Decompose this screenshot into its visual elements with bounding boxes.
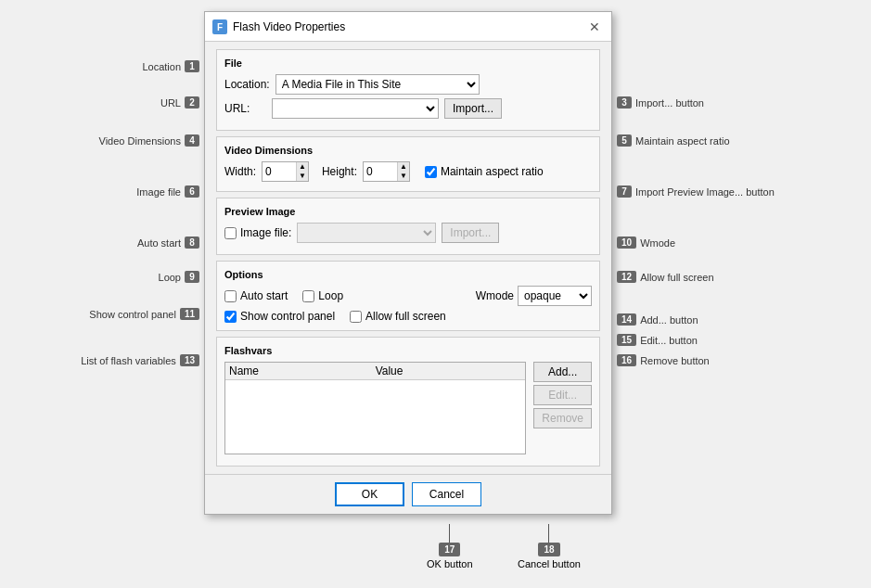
dialog-close-button[interactable]: ✕ xyxy=(585,18,604,36)
wmode-label: Wmode xyxy=(476,289,514,302)
annotation-loop-text: Loop xyxy=(159,272,181,283)
image-file-label[interactable]: Image file: xyxy=(224,226,291,239)
cancel-button[interactable]: Cancel xyxy=(412,482,481,506)
loop-label[interactable]: Loop xyxy=(302,289,343,302)
width-spin-buttons: ▲ ▼ xyxy=(296,162,308,181)
annotation-auto-start-text: Auto start xyxy=(137,237,181,249)
flashvars-buttons: Add... Edit... Remove xyxy=(533,362,592,458)
options-row2: Show control panel Allow full screen xyxy=(224,310,592,323)
allow-fullscreen-checkbox[interactable] xyxy=(350,311,362,323)
loop-checkbox[interactable] xyxy=(302,290,314,302)
height-up-button[interactable]: ▲ xyxy=(398,162,409,172)
flashvars-title: Flashvars xyxy=(224,345,592,356)
right-annotations: 3 Import... button 5 Maintain aspect rat… xyxy=(617,0,871,588)
import-preview-button[interactable]: Import... xyxy=(442,223,499,243)
width-label: Width: xyxy=(224,165,256,178)
dialog-footer: OK Cancel xyxy=(205,474,611,514)
width-input[interactable] xyxy=(263,162,296,181)
height-spinner[interactable]: ▲ ▼ xyxy=(363,161,410,182)
annotation-allow-fullscreen-badge: 12 xyxy=(617,271,636,283)
annotation-remove-text: Remove button xyxy=(640,355,710,366)
allow-fullscreen-text: Allow full screen xyxy=(365,310,446,323)
annotation-import-badge: 3 xyxy=(617,96,632,109)
annotation-location-text: Location xyxy=(142,61,181,72)
annotation-url-badge: 2 xyxy=(185,96,199,109)
annotation-maintain-badge: 5 xyxy=(617,134,632,147)
flash-video-dialog: F Flash Video Properties ✕ File Location… xyxy=(204,11,612,515)
col-name: Name xyxy=(229,364,376,377)
flashvars-table[interactable]: Name Value xyxy=(224,362,526,454)
annotation-import-preview-text: Import Preview Image... button xyxy=(635,186,775,198)
callout-ok-badge: 17 xyxy=(439,543,460,556)
add-button[interactable]: Add... xyxy=(533,362,592,382)
annotation-wmode: 10 Wmode xyxy=(617,236,675,249)
annotation-flash-vars-badge: 13 xyxy=(180,354,199,366)
options-section: Options Auto start Loop Wmode opaque tra… xyxy=(216,261,600,331)
width-down-button[interactable]: ▼ xyxy=(297,172,308,181)
annotation-edit-badge: 15 xyxy=(617,334,636,346)
file-section: File Location: A Media File in This Site… xyxy=(216,49,600,131)
image-file-select[interactable] xyxy=(297,223,436,243)
svg-text:F: F xyxy=(217,22,223,32)
dialog-title-text: Flash Video Properties xyxy=(233,20,345,33)
callout-ok-label: OK button xyxy=(427,558,473,569)
maintain-aspect-ratio-checkbox[interactable] xyxy=(425,166,437,178)
width-up-button[interactable]: ▲ xyxy=(297,162,308,172)
annotation-loop: Loop 9 xyxy=(159,271,199,283)
location-select[interactable]: A Media File in This Site External URL xyxy=(275,74,480,95)
allow-fullscreen-label[interactable]: Allow full screen xyxy=(350,310,446,323)
edit-button[interactable]: Edit... xyxy=(533,385,592,405)
annotation-edit-text: Edit... button xyxy=(640,335,698,346)
annotation-url: URL 2 xyxy=(160,96,199,109)
annotation-location: Location 1 xyxy=(142,60,199,72)
callout-cancel-badge: 18 xyxy=(538,543,559,556)
show-control-panel-label[interactable]: Show control panel xyxy=(224,310,335,323)
auto-start-label[interactable]: Auto start xyxy=(224,289,288,302)
height-spin-buttons: ▲ ▼ xyxy=(397,162,409,181)
annotation-add-btn: 14 Add... button xyxy=(617,313,698,326)
annotation-add-badge: 14 xyxy=(617,313,636,326)
options-title: Options xyxy=(224,269,592,280)
annotation-auto-start: Auto start 8 xyxy=(137,236,199,249)
auto-start-checkbox[interactable] xyxy=(224,290,237,302)
width-spinner[interactable]: ▲ ▼ xyxy=(262,161,309,182)
callout-cancel-line xyxy=(548,524,549,543)
import-url-button[interactable]: Import... xyxy=(444,98,502,119)
annotation-remove-badge: 16 xyxy=(617,354,636,366)
wmode-wrap: Wmode opaque transparent window xyxy=(476,286,592,306)
height-down-button[interactable]: ▼ xyxy=(398,172,409,181)
annotation-add-text: Add... button xyxy=(640,314,698,326)
auto-start-text: Auto start xyxy=(240,289,288,302)
image-file-checkbox[interactable] xyxy=(224,227,237,239)
annotation-image-file: Image file 6 xyxy=(136,185,199,198)
height-input[interactable] xyxy=(364,162,397,181)
remove-button[interactable]: Remove xyxy=(533,408,592,428)
show-control-panel-checkbox[interactable] xyxy=(224,311,237,323)
maintain-aspect-ratio-label[interactable]: Maintain aspect ratio xyxy=(425,165,544,178)
url-select[interactable] xyxy=(272,98,439,119)
flash-icon: F xyxy=(212,19,227,34)
annotation-allow-fullscreen-text: Allow full screen xyxy=(640,272,713,283)
annotation-image-file-text: Image file xyxy=(136,186,181,198)
flashvars-header: Name Value xyxy=(225,363,525,380)
preview-image-section: Preview Image Image file: Import... xyxy=(216,198,600,255)
options-row1: Auto start Loop Wmode opaque transparent… xyxy=(224,286,592,306)
file-section-title: File xyxy=(224,58,592,69)
ok-button[interactable]: OK xyxy=(335,482,404,506)
annotation-flash-vars: List of flash variables 13 xyxy=(81,354,199,366)
annotation-auto-start-badge: 8 xyxy=(185,236,199,249)
annotation-maintain: 5 Maintain aspect ratio xyxy=(617,134,730,147)
dimensions-row: Width: ▲ ▼ Height: ▲ ▼ xyxy=(224,161,592,182)
annotation-loop-badge: 9 xyxy=(185,271,199,283)
annotation-import-preview-badge: 7 xyxy=(617,185,632,198)
callout-ok: 17 OK button xyxy=(427,524,473,569)
annotation-show-control-badge: 11 xyxy=(180,308,199,320)
wmode-select[interactable]: opaque transparent window xyxy=(518,286,592,306)
annotation-image-file-badge: 6 xyxy=(185,185,199,198)
video-dimensions-section: Video Dimensions Width: ▲ ▼ Height: ▲ ▼ xyxy=(216,136,600,192)
image-file-text: Image file: xyxy=(240,226,291,239)
annotation-import-button: 3 Import... button xyxy=(617,96,704,109)
preview-image-title: Preview Image xyxy=(224,206,592,217)
annotation-video-dimensions-text: Video Dimensions xyxy=(99,135,181,147)
preview-image-row: Image file: Import... xyxy=(224,223,592,243)
